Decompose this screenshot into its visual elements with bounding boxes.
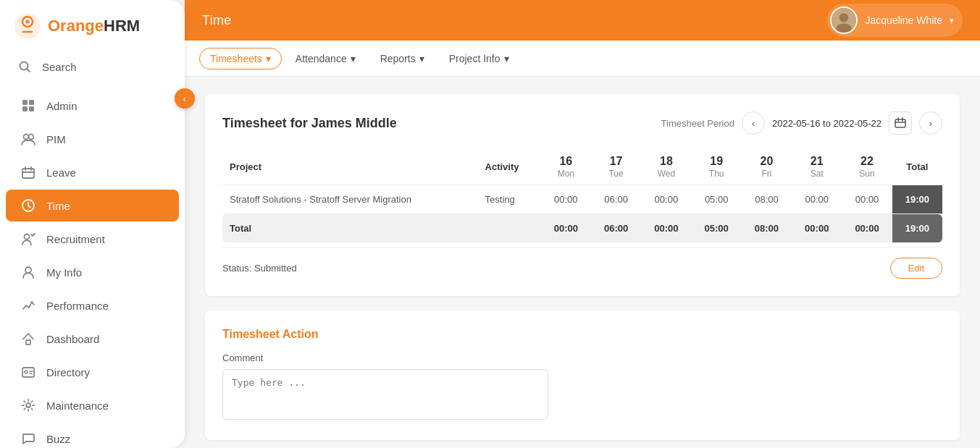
row-total: 19:00 [892, 185, 942, 214]
user-menu-chevron: ▾ [950, 16, 954, 25]
col-18: 18Wed [641, 149, 691, 185]
subnav-reports-label: Reports [380, 53, 416, 64]
directory-label: Directory [46, 366, 90, 379]
row-val-17: 06:00 [591, 185, 641, 214]
period-next-button[interactable]: › [919, 111, 942, 135]
leave-icon [20, 164, 36, 180]
content-area: Timesheet for James Middle Timesheet Per… [185, 77, 980, 448]
sidebar-item-maintenance[interactable]: Maintenance [6, 389, 179, 421]
svg-point-10 [24, 135, 29, 140]
subnav-reports[interactable]: Reports ▾ [369, 48, 435, 69]
svg-rect-8 [22, 106, 28, 111]
pim-icon [20, 131, 36, 147]
period-range: 2022-05-16 to 2022-05-22 [772, 118, 881, 129]
total-empty [478, 214, 541, 243]
row-val-22: 00:00 [842, 185, 892, 214]
sidebar-item-performance[interactable]: Performance [6, 289, 179, 321]
search-button[interactable]: Search [0, 49, 185, 88]
myinfo-label: My Info [46, 266, 82, 279]
user-menu[interactable]: Jacqueline White ▾ [827, 4, 963, 37]
time-label: Time [46, 200, 70, 212]
logo-text: OrangeHRM [48, 17, 140, 35]
col-project: Project [222, 149, 478, 185]
main-content: Time Jacqueline White ▾ Timesheets ▾ Att… [185, 0, 980, 448]
performance-label: Performance [46, 300, 109, 312]
total-row: Total 00:00 06:00 00:00 05:00 08:00 00:0… [222, 214, 942, 243]
buzz-icon [20, 431, 36, 447]
col-total: Total [892, 149, 942, 185]
time-icon [20, 198, 36, 214]
page-title: Time [202, 13, 232, 28]
row-val-19: 05:00 [692, 185, 742, 214]
status-text: Status: Submitted [222, 263, 297, 274]
pim-label: PIM [46, 133, 66, 145]
period-calendar-button[interactable] [889, 111, 912, 135]
subnav-project-info[interactable]: Project Info ▾ [438, 48, 520, 69]
logo: OrangeHRM [0, 0, 185, 49]
row-val-20: 08:00 [742, 185, 792, 214]
search-label: Search [42, 61, 77, 73]
row-val-16: 00:00 [541, 185, 591, 214]
subnav-reports-chevron: ▾ [419, 53, 424, 64]
sidebar-toggle[interactable]: ‹ [175, 88, 195, 109]
row-activity: Testing [478, 185, 541, 214]
subnav-attendance[interactable]: Attendance ▾ [285, 48, 367, 69]
performance-icon [20, 297, 36, 313]
status-bar: Status: Submitted Edit [222, 247, 942, 279]
total-val-18: 00:00 [641, 214, 691, 243]
svg-point-22 [837, 23, 852, 33]
sidebar-item-admin[interactable]: Admin [6, 90, 179, 122]
sidebar-item-recruitment[interactable]: Recruitment [6, 223, 179, 255]
buzz-label: Buzz [46, 433, 70, 445]
admin-label: Admin [46, 100, 78, 112]
sidebar-item-dashboard[interactable]: Dashboard [6, 323, 179, 355]
comment-textarea[interactable] [222, 369, 548, 420]
col-20: 20Fri [742, 149, 792, 185]
col-19: 19Thu [692, 149, 742, 185]
svg-point-21 [839, 13, 849, 22]
svg-rect-9 [29, 106, 34, 111]
total-label: Total [222, 214, 478, 243]
recruitment-icon [20, 231, 36, 247]
svg-rect-12 [22, 169, 34, 178]
subnav-timesheets[interactable]: Timesheets ▾ [199, 48, 282, 69]
subnav-timesheets-chevron: ▾ [266, 53, 271, 64]
period-nav: Timesheet Period ‹ 2022-05-16 to 2022-05… [661, 111, 942, 135]
maintenance-label: Maintenance [46, 400, 109, 412]
sidebar-item-time[interactable]: Time [6, 190, 179, 221]
period-label: Timesheet Period [661, 118, 734, 129]
row-project: Stratoff Solutions - Stratoff Server Mig… [222, 185, 478, 214]
timesheet-table: Project Activity 16Mon 17Tue 18Wed 19Thu… [222, 149, 942, 242]
col-activity: Activity [478, 149, 541, 185]
subnav-timesheets-label: Timesheets [210, 53, 262, 64]
dashboard-label: Dashboard [46, 333, 99, 345]
svg-point-15 [25, 267, 31, 273]
total-val-16: 00:00 [541, 214, 591, 243]
subnav-project-info-label: Project Info [449, 53, 501, 64]
svg-point-2 [26, 20, 30, 24]
sidebar-item-pim[interactable]: PIM [6, 123, 179, 155]
table-row: Stratoff Solutions - Stratoff Server Mig… [222, 185, 942, 214]
avatar [830, 7, 858, 34]
sidebar-item-myinfo[interactable]: My Info [6, 256, 179, 288]
sidebar-item-leave[interactable]: Leave [6, 156, 179, 188]
col-16: 16Mon [541, 149, 591, 185]
timesheet-title: Timesheet for James Middle [222, 116, 397, 131]
total-val-19: 05:00 [692, 214, 742, 243]
sidebar-item-directory[interactable]: Directory [6, 356, 179, 388]
col-21: 21Sat [792, 149, 842, 185]
sidebar-item-buzz[interactable]: Buzz [6, 423, 179, 448]
svg-rect-7 [29, 100, 34, 105]
subnav: Timesheets ▾ Attendance ▾ Reports ▾ Proj… [185, 41, 980, 77]
period-prev-button[interactable]: ‹ [742, 111, 765, 135]
edit-button[interactable]: Edit [890, 258, 942, 279]
total-val-17: 06:00 [591, 214, 641, 243]
topbar: Time Jacqueline White ▾ [185, 0, 980, 41]
directory-icon [20, 364, 36, 380]
timesheet-header: Timesheet for James Middle Timesheet Per… [222, 111, 942, 135]
col-22: 22Sun [842, 149, 892, 185]
svg-rect-16 [26, 340, 30, 345]
svg-point-11 [29, 135, 34, 140]
total-grand: 19:00 [892, 214, 942, 243]
timesheet-action-card: Timesheet Action Comment [205, 310, 960, 440]
